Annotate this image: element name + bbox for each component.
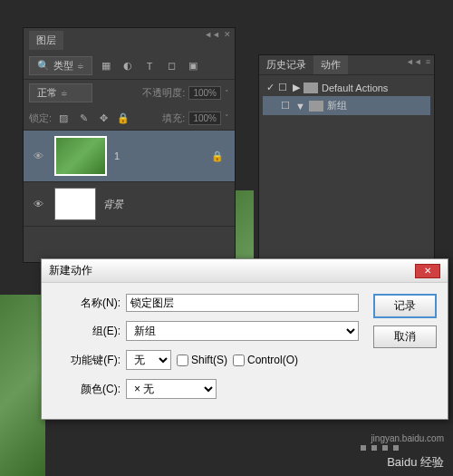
layer-name[interactable]: 背景 bbox=[103, 198, 229, 211]
toggle-icon[interactable]: ☐ bbox=[281, 100, 292, 112]
toggle-icon[interactable]: ☐ bbox=[278, 82, 289, 93]
lock-move-icon[interactable]: ✥ bbox=[95, 110, 111, 126]
opacity-value[interactable]: 100% bbox=[188, 86, 221, 100]
dialog-title-text: 新建动作 bbox=[49, 263, 92, 278]
watermark-url: jingyan.baidu.com bbox=[371, 433, 444, 443]
filter-type-dropdown[interactable]: 🔍 类型 ≑ bbox=[29, 56, 92, 75]
history-tab[interactable]: 历史记录 bbox=[259, 55, 313, 74]
panel-collapse-icon[interactable]: ◄◄ bbox=[204, 30, 220, 39]
lock-all-icon[interactable]: 🔒 bbox=[115, 110, 131, 126]
color-label: 颜色(C): bbox=[53, 382, 120, 397]
layer-thumbnail[interactable] bbox=[54, 188, 96, 220]
opacity-label: 不透明度: bbox=[142, 86, 185, 100]
action-name: 新组 bbox=[327, 99, 347, 112]
folder-icon bbox=[309, 101, 323, 112]
action-item[interactable]: ✓ ☐ ▶ Default Actions bbox=[263, 79, 430, 96]
filter-smart-icon[interactable]: ▣ bbox=[185, 58, 201, 74]
name-input[interactable] bbox=[126, 294, 359, 312]
dialog-titlebar[interactable]: 新建动作 ✕ bbox=[42, 259, 448, 283]
fill-value[interactable]: 100% bbox=[188, 112, 221, 125]
folder-icon bbox=[304, 83, 318, 93]
search-icon: 🔍 bbox=[37, 60, 50, 72]
expand-icon[interactable]: ▼ bbox=[295, 101, 305, 112]
record-button[interactable]: 记录 bbox=[373, 294, 437, 318]
chevron-down-icon[interactable]: ˅ bbox=[225, 113, 229, 122]
layer-thumbnail[interactable] bbox=[54, 136, 107, 176]
panel-menu-icon[interactable]: ≡ bbox=[426, 57, 430, 66]
actions-tab[interactable]: 动作 bbox=[313, 55, 348, 74]
visibility-icon[interactable]: 👁 bbox=[29, 151, 47, 161]
name-label: 名称(N): bbox=[53, 296, 120, 311]
layers-panel: ◄◄ ✕ 图层 🔍 类型 ≑ ▦ ◐ T ◻ ▣ 正常 ≑ 不透明度: 100%… bbox=[23, 27, 236, 263]
cancel-button[interactable]: 取消 bbox=[373, 325, 437, 348]
blend-mode-dropdown[interactable]: 正常 ≑ bbox=[29, 83, 92, 102]
chevron-down-icon: ≑ bbox=[77, 62, 84, 71]
action-item[interactable]: ☐ ▼ 新组 bbox=[263, 96, 430, 115]
close-button[interactable]: ✕ bbox=[415, 264, 440, 278]
lock-paint-icon[interactable]: ✎ bbox=[75, 110, 92, 126]
expand-icon[interactable]: ▶ bbox=[293, 82, 300, 93]
filter-text-icon[interactable]: T bbox=[141, 58, 158, 74]
layer-name[interactable]: 1 bbox=[114, 151, 211, 161]
fnkey-label: 功能键(F): bbox=[53, 353, 120, 368]
group-label: 组(E): bbox=[53, 324, 120, 339]
fill-label: 填充: bbox=[162, 112, 185, 125]
color-select[interactable]: × 无 bbox=[126, 379, 217, 399]
filter-shape-icon[interactable]: ◻ bbox=[163, 58, 179, 74]
check-icon[interactable]: ✓ bbox=[266, 82, 275, 93]
filter-adjust-icon[interactable]: ◐ bbox=[120, 58, 136, 74]
lock-icon[interactable]: 🔒 bbox=[211, 151, 229, 162]
fnkey-select[interactable]: 无 bbox=[126, 350, 171, 370]
pager-dots bbox=[361, 445, 399, 451]
action-name: Default Actions bbox=[322, 83, 388, 93]
group-select[interactable]: 新组 bbox=[126, 321, 359, 341]
lock-label: 锁定: bbox=[29, 112, 52, 125]
layer-item[interactable]: 👁 背景 bbox=[24, 182, 235, 227]
filter-image-icon[interactable]: ▦ bbox=[98, 58, 114, 74]
layers-tab[interactable]: 图层 bbox=[29, 31, 63, 50]
background-image bbox=[0, 295, 45, 476]
watermark: Baidu 经验 bbox=[387, 454, 444, 471]
panel-close-icon[interactable]: ✕ bbox=[224, 30, 231, 39]
new-action-dialog: 新建动作 ✕ 名称(N): 组(E): 新组 功能键(F): 无 Shift(S… bbox=[41, 258, 448, 420]
chevron-down-icon[interactable]: ˅ bbox=[225, 89, 229, 98]
control-checkbox[interactable]: Control(O) bbox=[233, 354, 298, 366]
lock-transparent-icon[interactable]: ▨ bbox=[55, 110, 72, 126]
panel-collapse-icon[interactable]: ◄◄ bbox=[406, 57, 422, 66]
chevron-down-icon: ≑ bbox=[61, 89, 68, 98]
visibility-icon[interactable]: 👁 bbox=[29, 199, 47, 209]
shift-checkbox[interactable]: Shift(S) bbox=[177, 354, 227, 366]
layer-item[interactable]: 👁 1 🔒 bbox=[24, 131, 235, 182]
